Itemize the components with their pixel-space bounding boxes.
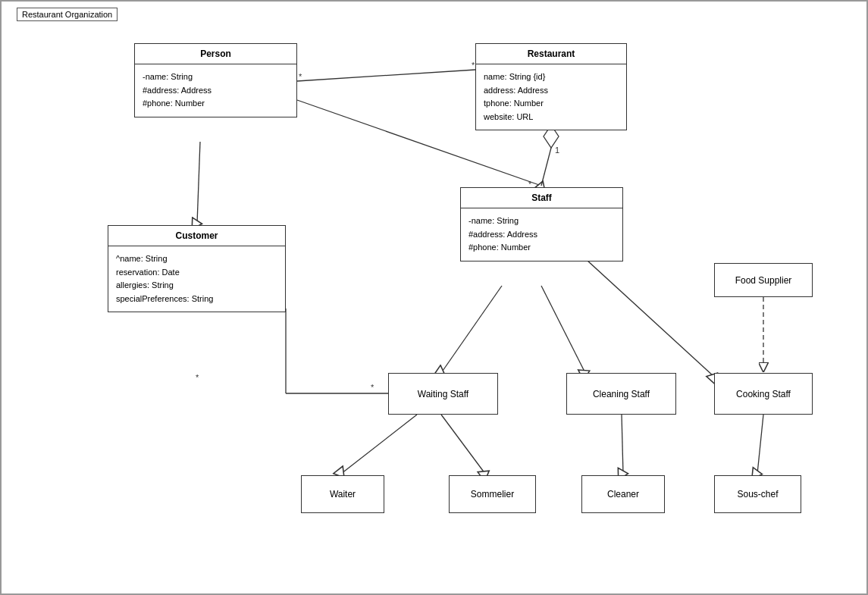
svg-text:*: * <box>371 383 374 392</box>
svg-text:*: * <box>299 72 302 81</box>
person-header: Person <box>135 44 296 64</box>
cooking-staff-box: Cooking Staff <box>714 373 813 415</box>
person-body: -name: String #address: Address #phone: … <box>135 64 296 117</box>
waiter-box: Waiter <box>301 475 384 513</box>
food-supplier-box: Food Supplier <box>714 263 813 297</box>
cleaner-box: Cleaner <box>581 475 665 513</box>
svg-text:*: * <box>196 373 199 382</box>
svg-line-16 <box>441 286 502 373</box>
diagram-container: Restaurant Organization * * <box>0 0 868 595</box>
restaurant-header: Restaurant <box>476 44 626 64</box>
customer-body: ^name: String reservation: Date allergie… <box>108 246 285 312</box>
restaurant-body: name: String {id} address: Address tphon… <box>476 64 626 130</box>
svg-text:1: 1 <box>555 146 559 155</box>
diagram-title: Restaurant Organization <box>17 8 118 21</box>
svg-line-3 <box>297 70 475 81</box>
svg-line-18 <box>578 252 714 377</box>
staff-box: Staff -name: String #address: Address #p… <box>460 187 623 261</box>
customer-header: Customer <box>108 226 285 246</box>
staff-header: Staff <box>461 188 622 208</box>
restaurant-box: Restaurant name: String {id} address: Ad… <box>475 43 627 130</box>
svg-line-21 <box>622 415 623 474</box>
svg-line-17 <box>541 286 585 373</box>
svg-line-9 <box>541 148 551 186</box>
svg-line-19 <box>341 415 417 474</box>
customer-box: Customer ^name: String reservation: Date… <box>108 225 286 312</box>
staff-body: -name: String #address: Address #phone: … <box>461 208 622 261</box>
waiting-staff-box: Waiting Staff <box>388 373 498 415</box>
svg-line-20 <box>441 415 485 474</box>
cleaning-staff-box: Cleaning Staff <box>566 373 676 415</box>
svg-line-22 <box>757 415 763 474</box>
sommelier-box: Sommelier <box>449 475 536 513</box>
person-box: Person -name: String #address: Address #… <box>134 43 297 117</box>
souschef-box: Sous-chef <box>714 475 801 513</box>
svg-line-6 <box>197 142 200 224</box>
